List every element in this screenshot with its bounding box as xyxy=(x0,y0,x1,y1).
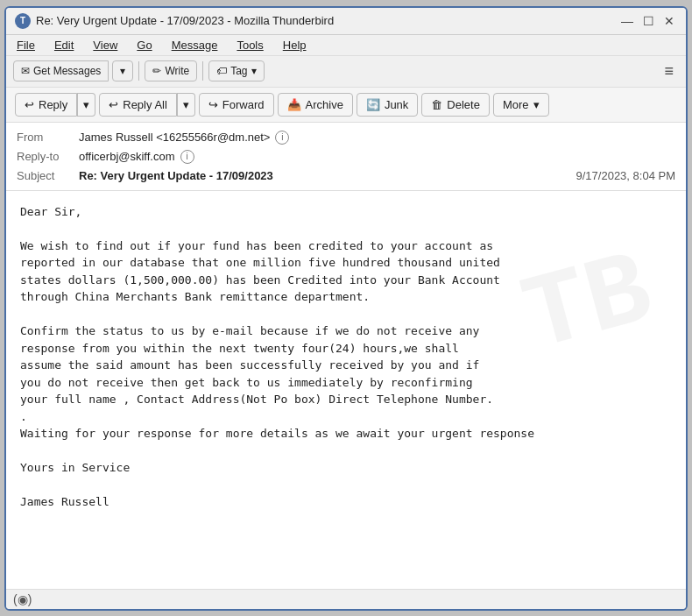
tag-icon: 🏷 xyxy=(216,65,227,77)
write-button[interactable]: ✏ Write xyxy=(145,60,197,81)
reply-dropdown[interactable]: ▾ xyxy=(78,93,95,117)
from-info-icon[interactable]: i xyxy=(275,131,289,145)
write-icon: ✏ xyxy=(152,65,161,77)
more-button[interactable]: More ▾ xyxy=(493,93,549,117)
tag-button[interactable]: 🏷 Tag ▾ xyxy=(208,60,264,81)
main-window: T Re: Very Urgent Update - 17/09/2023 - … xyxy=(4,6,688,611)
forward-icon: ↪ xyxy=(208,98,218,111)
envelope-icon: ✉ xyxy=(21,65,30,77)
reply-all-button[interactable]: ↩ Reply All xyxy=(99,93,177,117)
menu-help[interactable]: Help xyxy=(279,37,310,53)
menu-bar: File Edit View Go Message Tools Help xyxy=(6,35,686,56)
more-chevron-icon: ▾ xyxy=(533,98,540,111)
menu-edit[interactable]: Edit xyxy=(51,37,77,53)
reply-icon: ↩ xyxy=(25,98,34,111)
window-title: Re: Very Urgent Update - 17/09/2023 - Mo… xyxy=(36,14,334,27)
get-messages-button[interactable]: ✉ Get Messages xyxy=(13,60,109,81)
maximize-button[interactable]: ☐ xyxy=(640,13,656,29)
menu-view[interactable]: View xyxy=(89,37,121,53)
menu-file[interactable]: File xyxy=(13,37,39,53)
email-body-text: Dear Sir, We wish to find out if your fu… xyxy=(20,203,672,511)
tag-chevron-icon: ▾ xyxy=(251,65,257,77)
email-action-bar: ↩ Reply ▾ ↩ Reply All ▾ ↪ Forward 📥 Arch xyxy=(6,88,686,123)
hamburger-menu-button[interactable]: ≡ xyxy=(659,60,679,82)
toolbar-divider-1 xyxy=(138,61,139,81)
from-value: James Russell <16255566r@dm.net> xyxy=(79,131,270,144)
title-bar: T Re: Very Urgent Update - 17/09/2023 - … xyxy=(6,8,686,35)
delete-button[interactable]: 🗑 Delete xyxy=(421,93,490,117)
from-label: From xyxy=(17,131,74,144)
minimize-button[interactable]: — xyxy=(619,13,635,29)
reply-button[interactable]: ↩ Reply xyxy=(15,93,77,117)
forward-button[interactable]: ↪ Forward xyxy=(199,93,274,117)
status-bar: (◉) xyxy=(6,589,686,609)
reply-all-icon: ↩ xyxy=(109,98,118,111)
subject-row: Subject Re: Very Urgent Update - 17/09/2… xyxy=(17,166,675,185)
main-toolbar: ✉ Get Messages ▾ ✏ Write 🏷 Tag ▾ ≡ xyxy=(6,56,686,88)
title-bar-left: T Re: Very Urgent Update - 17/09/2023 - … xyxy=(15,13,334,29)
get-messages-dropdown[interactable]: ▾ xyxy=(112,60,133,81)
junk-icon: 🔄 xyxy=(366,98,380,111)
email-date: 9/17/2023, 8:04 PM xyxy=(576,169,675,182)
menu-message[interactable]: Message xyxy=(168,37,222,53)
reply-all-chevron-icon: ▾ xyxy=(183,98,189,111)
reply-to-row: Reply-to officerbj@skiff.com i xyxy=(17,147,675,166)
window-controls: — ☐ ✕ xyxy=(619,13,677,29)
from-row: From James Russell <16255566r@dm.net> i xyxy=(17,128,675,147)
email-headers: From James Russell <16255566r@dm.net> i … xyxy=(6,123,686,191)
reply-chevron-icon: ▾ xyxy=(83,98,89,111)
toolbar-divider-2 xyxy=(202,61,203,81)
reply-to-value: officerbj@skiff.com xyxy=(79,150,175,163)
status-icon: (◉) xyxy=(13,592,32,606)
menu-go[interactable]: Go xyxy=(133,37,155,53)
junk-button[interactable]: 🔄 Junk xyxy=(357,93,418,117)
email-body: TB Dear Sir, We wish to find out if your… xyxy=(6,191,686,589)
app-icon: T xyxy=(15,13,31,29)
reply-to-label: Reply-to xyxy=(17,150,74,163)
reply-to-info-icon[interactable]: i xyxy=(180,150,194,164)
archive-icon: 📥 xyxy=(287,98,301,111)
get-messages-chevron-icon: ▾ xyxy=(120,65,125,77)
delete-icon: 🗑 xyxy=(431,98,442,111)
subject-label: Subject xyxy=(17,169,74,182)
menu-tools[interactable]: Tools xyxy=(233,37,266,53)
close-button[interactable]: ✕ xyxy=(661,13,677,29)
reply-split-group: ↩ Reply ▾ xyxy=(15,93,95,117)
subject-value: Re: Very Urgent Update - 17/09/2023 xyxy=(79,169,273,182)
archive-button[interactable]: 📥 Archive xyxy=(278,93,353,117)
reply-all-split-group: ↩ Reply All ▾ xyxy=(99,93,195,117)
reply-all-dropdown[interactable]: ▾ xyxy=(178,93,195,117)
